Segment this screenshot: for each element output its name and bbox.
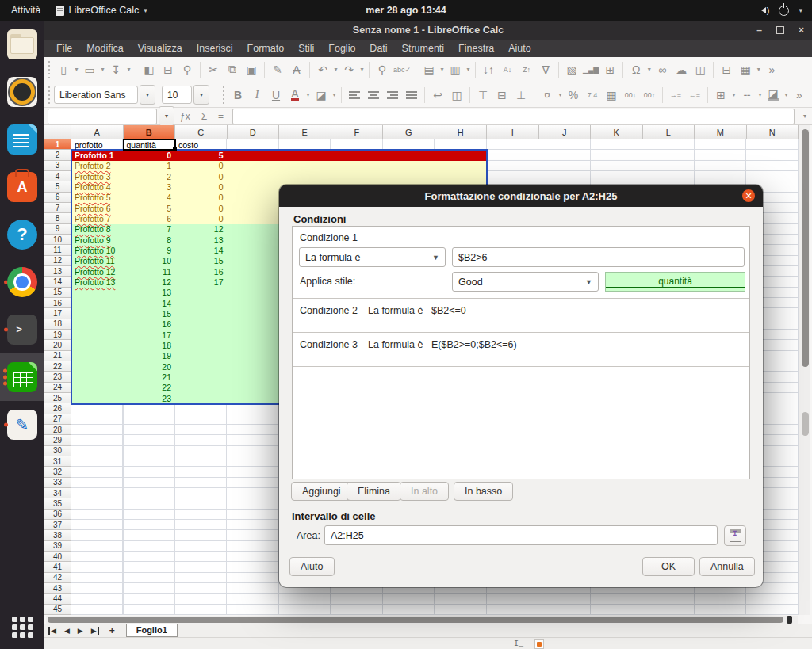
cell-C3[interactable]: 0 xyxy=(175,161,224,171)
row-header-2[interactable]: 2 xyxy=(44,150,71,160)
insert-image-icon[interactable]: ▧ xyxy=(562,60,581,79)
cell-C11[interactable]: 14 xyxy=(175,245,224,255)
cell-B2[interactable]: 0 xyxy=(124,150,172,160)
increase-indent-icon[interactable]: →= xyxy=(666,86,685,105)
row-header-35[interactable]: 35 xyxy=(44,498,71,509)
column-header-A[interactable]: A xyxy=(71,125,124,139)
row-header-12[interactable]: 12 xyxy=(44,256,71,266)
special-character-dropdown[interactable]: ▾ xyxy=(645,66,653,73)
center-vertically-icon[interactable]: ⊟ xyxy=(492,86,511,105)
cell-A14[interactable]: Profotto 13 xyxy=(75,277,115,287)
dock-item-help[interactable]: ? xyxy=(0,211,44,258)
add-decimal-place-icon[interactable]: 00↓ xyxy=(621,86,640,105)
print-area-icon[interactable]: ⊟ xyxy=(717,60,736,79)
cell-C4[interactable]: 0 xyxy=(175,171,224,181)
dock-item-chrome[interactable] xyxy=(0,258,44,306)
italic-icon[interactable]: I xyxy=(247,86,266,105)
column-header-D[interactable]: D xyxy=(228,125,280,139)
row-header-27[interactable]: 27 xyxy=(44,414,71,425)
sort-ascending-icon[interactable]: A↓ xyxy=(498,60,517,79)
add-condition-button[interactable]: Aggiungi xyxy=(291,482,352,501)
underline-icon[interactable]: U xyxy=(266,86,285,105)
row-header-24[interactable]: 24 xyxy=(44,383,71,393)
condition-3-row[interactable]: Condizione 3 La formula è E($B2>=0;$B2<=… xyxy=(293,333,749,367)
row-header-14[interactable]: 14 xyxy=(44,277,71,287)
dock-item-libreoffice-calc[interactable] xyxy=(0,353,44,401)
print-icon[interactable]: ⊟ xyxy=(159,60,178,79)
row-header-40[interactable]: 40 xyxy=(44,552,71,562)
cancel-button[interactable]: Annulla xyxy=(699,557,755,576)
cell-A3[interactable]: Profotto 2 xyxy=(75,161,111,171)
row-header-43[interactable]: 43 xyxy=(44,583,71,594)
apply-style-dropdown[interactable]: Good▼ xyxy=(452,272,599,292)
app-menu[interactable]: LibreOffice Calc ▾ xyxy=(56,5,147,16)
menu-dati[interactable]: Dati xyxy=(362,40,394,57)
toolbar-overflow-icon[interactable]: » xyxy=(790,86,809,105)
cell-A2[interactable]: Profotto 1 xyxy=(75,150,114,160)
spelling-icon[interactable]: abc✓ xyxy=(392,60,412,79)
formula-input[interactable] xyxy=(232,109,795,124)
vertical-scrollbar[interactable] xyxy=(799,125,810,615)
cell-B20[interactable]: 18 xyxy=(124,340,172,350)
menu-visualizza[interactable]: Visualizza xyxy=(131,40,190,57)
toolbar-grip[interactable] xyxy=(46,86,52,104)
cell-B16[interactable]: 14 xyxy=(124,298,172,308)
expand-formula-bar-icon[interactable]: ▾ xyxy=(798,113,812,120)
format-currency-icon[interactable]: ¤ xyxy=(538,86,557,105)
delete-condition-button[interactable]: Elimina xyxy=(347,482,401,501)
menu-finestra[interactable]: Finestra xyxy=(451,40,501,57)
border-style-icon[interactable]: ╌ xyxy=(737,86,756,105)
row-header-11[interactable]: 11 xyxy=(44,245,71,255)
row-header-39[interactable]: 39 xyxy=(44,541,71,552)
condition-type-dropdown[interactable]: La formula è▼ xyxy=(299,247,446,267)
sheet-tab-foglio1[interactable]: Foglio1 xyxy=(126,624,178,637)
dock-item-terminal[interactable]: >_ xyxy=(0,306,44,353)
merge-cells-icon[interactable]: ◫ xyxy=(447,86,466,105)
hyperlink-icon[interactable]: ∞ xyxy=(653,60,672,79)
copy-icon[interactable]: ⧉ xyxy=(223,60,242,79)
first-sheet-button[interactable]: ◀ xyxy=(44,627,60,635)
cell-A8[interactable]: Profotto 7 xyxy=(75,213,111,223)
menu-modifica[interactable]: Modifica xyxy=(79,40,131,57)
cell-B21[interactable]: 19 xyxy=(124,351,172,361)
cell-B8[interactable]: 6 xyxy=(124,213,172,223)
row-header-1[interactable]: 1 xyxy=(44,139,71,150)
row-header-18[interactable]: 18 xyxy=(44,319,71,330)
help-button[interactable]: Aiuto xyxy=(289,557,335,576)
redo-dropdown[interactable]: ▾ xyxy=(358,66,366,73)
autofilter-icon[interactable]: ∇ xyxy=(536,60,555,79)
row-header-25[interactable]: 25 xyxy=(44,393,71,403)
undo-icon[interactable]: ↶ xyxy=(313,60,332,79)
row-header-22[interactable]: 22 xyxy=(44,361,71,372)
move-up-button[interactable]: In alto xyxy=(400,482,449,501)
open-dropdown[interactable]: ▾ xyxy=(99,66,106,73)
cell-B9[interactable]: 7 xyxy=(124,224,172,235)
freeze-panes-icon[interactable]: ▦ xyxy=(736,60,755,79)
save-dropdown[interactable]: ▾ xyxy=(125,66,132,73)
menu-file[interactable]: File xyxy=(49,40,79,57)
cell-B17[interactable]: 15 xyxy=(124,308,172,319)
cell-A11[interactable]: Profotto 10 xyxy=(75,245,115,255)
condition-formula-input[interactable]: $B2>6 xyxy=(452,247,745,267)
cell-C13[interactable]: 16 xyxy=(175,266,224,277)
dock-item-text-editor[interactable]: ✎ xyxy=(0,401,44,449)
row-header-37[interactable]: 37 xyxy=(44,520,71,530)
format-percent-icon[interactable]: % xyxy=(564,86,583,105)
cell-A6[interactable]: Profotto 5 xyxy=(75,193,111,203)
headers-and-footers-icon[interactable]: ◫ xyxy=(691,60,710,79)
special-character-icon[interactable]: Ω xyxy=(626,60,645,79)
find-and-replace-icon[interactable]: ⚲ xyxy=(373,60,392,79)
conditions-list[interactable]: Condizione 1 La formula è▼ $B2>6 Applica… xyxy=(292,226,750,479)
cell-C12[interactable]: 15 xyxy=(175,256,224,266)
highlight-color-icon[interactable]: ◪ xyxy=(312,86,331,105)
border-style-dropdown[interactable]: ▾ xyxy=(756,91,764,98)
pivot-table-icon[interactable]: ⊞ xyxy=(600,60,619,79)
row-header-44[interactable]: 44 xyxy=(44,594,71,604)
cell-B3[interactable]: 1 xyxy=(124,161,172,171)
dock-item-rhythmbox[interactable] xyxy=(0,68,44,116)
format-number-icon[interactable]: 7.4 xyxy=(583,86,602,105)
column-header-F[interactable]: F xyxy=(331,125,384,139)
row-header-32[interactable]: 32 xyxy=(44,467,71,477)
cell-B22[interactable]: 20 xyxy=(124,361,172,372)
cell-B24[interactable]: 22 xyxy=(124,383,172,393)
